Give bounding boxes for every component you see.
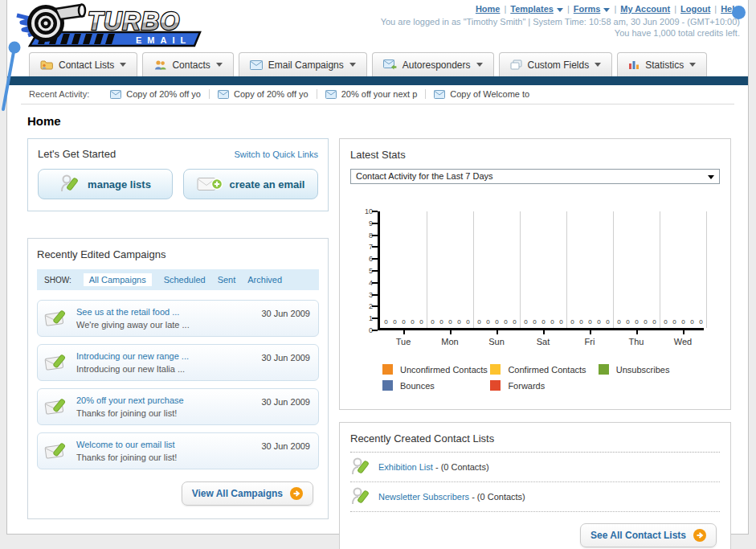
contact-list-row[interactable]: Exhibition List - (0 Contacts) [350,453,720,482]
campaign-title-link[interactable]: See us at the retail food ... [76,307,255,317]
link-separator: | [714,4,717,14]
x-tick-label: Mon [427,337,473,346]
data-label: 0 [540,318,547,326]
gridline [427,211,427,328]
x-tick-mark [543,330,545,334]
data-label: 0 [409,318,416,326]
y-tick-mark [372,318,378,319]
recent-activity-item[interactable]: Copy of 20% off yo [102,89,210,99]
link-my-account[interactable]: My Account [620,4,670,14]
stats-period-select[interactable]: Contact Activity for the Last 7 Days [350,169,720,184]
page-title: Home [27,114,731,128]
campaign-row[interactable]: Introducing our new range ... Introducin… [37,344,319,381]
header-utility: Home|Templates|Forms|My Account|Logout|H… [381,4,740,38]
campaign-title-link[interactable]: Welcome to our email list [76,440,255,449]
x-tick-label: Wed [660,337,706,346]
tab-label: Contact Lists [59,59,114,71]
contact-list-row[interactable]: Newsletter Subscribers - (0 Contacts) [350,482,720,512]
campaign-subtitle: Thanks for joining our list! [76,453,255,462]
folder-contacts-icon [40,59,53,70]
switch-quick-links[interactable]: Switch to Quick Links [234,150,318,159]
button-label: View All Campaigns [192,488,283,499]
link-separator: | [674,4,676,14]
data-label: 0 [697,318,705,326]
filter-archived[interactable]: Archived [247,275,282,285]
link-forms[interactable]: Forms [574,4,601,14]
chevron-down-icon [557,8,563,12]
y-tick-mark [372,246,378,248]
chevron-down-icon [216,63,223,67]
contact-list-count: - (0 Contacts) [433,462,489,472]
campaign-title-link[interactable]: 20% off your next purchase [76,395,255,405]
recent-activity-text: Copy of 20% off yo [126,89,201,99]
campaign-list: See us at the retail food ... We're givi… [37,300,319,469]
y-tick-label: 0 [357,326,373,334]
tab-statistics[interactable]: Statistics [617,52,707,76]
legend-label: Confirmed Contacts [508,365,586,375]
see-all-contact-lists-button[interactable]: See All Contact Lists [580,523,717,547]
button-label: manage lists [88,178,151,191]
data-label: 0 [429,318,436,326]
campaign-row[interactable]: See us at the retail food ... We're givi… [37,300,319,337]
tab-custom-fields[interactable]: Custom Fields [499,52,613,76]
recent-activity-item[interactable]: 20% off your next p [317,89,427,99]
recent-activity-text: 20% off your next p [341,89,418,99]
data-label: 0 [493,318,501,326]
y-tick-label: 8 [357,231,373,240]
x-tick-label: Thu [613,337,660,346]
link-logout[interactable]: Logout [680,4,710,14]
chevron-down-icon [603,8,610,12]
recent-activity-item[interactable]: Copy of Welcome to [426,89,537,99]
campaign-title-link[interactable]: Introducing our new range ... [76,351,255,361]
y-tick-label: 1 [357,314,373,322]
campaign-row[interactable]: 20% off your next purchase Thanks for jo… [37,388,319,425]
y-tick-mark [372,211,378,212]
legend-item: Confirmed Contacts [490,364,598,375]
filter-all-campaigns[interactable]: All Campaigns [84,273,152,286]
y-tick-mark [372,270,378,272]
campaign-row[interactable]: Welcome to our email list Thanks for joi… [37,432,319,469]
data-label: 0 [418,318,425,326]
envelope-icon [218,90,229,99]
legend-label: Unconfirmed Contacts [400,365,488,375]
tab-autoresponders[interactable]: Autoresponders [372,52,494,76]
tab-contact-lists[interactable]: Contact Lists [29,52,137,76]
recent-activity-item[interactable]: Copy of 20% off yo [210,89,317,99]
filter-sent[interactable]: Sent [218,275,236,285]
link-templates[interactable]: Templates [510,4,554,14]
legend-swatch [490,380,501,391]
contact-list-link[interactable]: Exhibition List [378,462,433,472]
x-tick-mark [636,330,638,334]
chevron-down-icon [689,63,696,67]
y-tick-mark [372,282,378,284]
view-all-campaigns-button[interactable]: View All Campaigns [182,481,313,506]
envelope-pencil-icon [44,308,70,334]
tab-contacts[interactable]: Contacts [142,52,233,76]
legend-label: Unsubscribes [616,365,670,375]
data-label: 0 [391,318,398,326]
legend-label: Bounces [400,381,435,391]
envelope-icon [325,90,337,99]
turbo-email-logo[interactable]: TURBO EMAIL [14,2,206,52]
filter-scheduled[interactable]: Scheduled [164,275,206,285]
link-home[interactable]: Home [476,4,501,14]
statistics-icon [628,59,640,70]
data-label: 0 [400,318,407,326]
logo-graphic: TURBO EMAIL [14,2,206,49]
create-email-button[interactable]: create an email [183,169,318,199]
arrow-right-icon [693,529,706,542]
contact-list-link[interactable]: Newsletter Subscribers [378,492,469,502]
data-label: 0 [595,318,603,326]
recent-activity-text: Copy of Welcome to [450,89,529,99]
data-label: 0 [569,318,576,326]
tab-email-campaigns[interactable]: Email Campaigns [239,52,367,76]
autoresponder-icon [383,59,397,70]
y-tick-mark [372,258,378,260]
show-label: SHOW: [44,276,72,285]
manage-lists-button[interactable]: manage lists [38,169,173,199]
gridline [706,211,707,328]
gridline [660,211,660,328]
chevron-down-icon [349,63,356,67]
data-label: 0 [642,318,649,326]
contacts-icon [153,59,166,70]
